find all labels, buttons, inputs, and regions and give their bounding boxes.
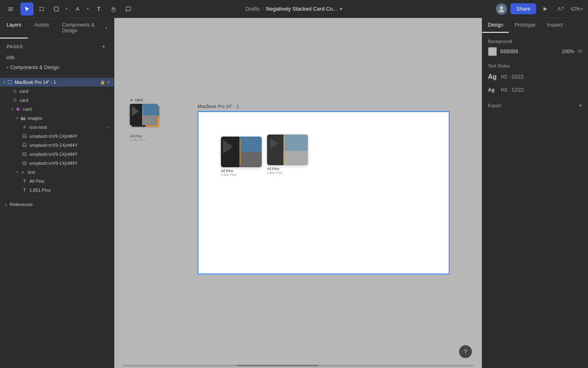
export-header: Export + — [488, 102, 582, 109]
tab-assets[interactable]: Assets — [28, 18, 56, 38]
card2-diamond-icon — [11, 97, 18, 103]
export-add-btn[interactable]: + — [579, 102, 582, 109]
layer-unsplash-3[interactable]: unsplash:mV9-1XjnM4Y — [0, 150, 114, 159]
scrollbar-track[interactable] — [122, 365, 474, 366]
layer-unsplash-4[interactable]: unsplash:mV9-1XjnM4Y — [0, 159, 114, 168]
right-panel: Design Prototype Inspect Background B8B8… — [482, 18, 588, 368]
page-item-components[interactable]: ▾ Components & Design — [0, 63, 114, 72]
add-page-btn[interactable]: + — [100, 43, 107, 50]
canvas-card-1[interactable]: All Pins 1,851 Pins — [221, 137, 262, 177]
frame-label: MacBook Pro 14" - 1 — [198, 104, 239, 109]
layer-unsplash-2[interactable]: unsplash:mV9-1XjnM4Y — [0, 141, 114, 150]
components-chevron-icon: ▾ — [105, 26, 107, 30]
tool-group-select — [20, 2, 33, 16]
tab-layers[interactable]: Layers — [0, 18, 28, 38]
refs-divider — [0, 197, 114, 197]
svg-rect-43 — [239, 137, 262, 152]
layer-unsplash-1[interactable]: unsplash:mV9-1XjnM4Y — [0, 132, 114, 141]
shape-dropdown-btn[interactable]: ▾ — [64, 2, 69, 16]
svg-rect-36 — [130, 104, 142, 125]
svg-point-53 — [579, 50, 581, 52]
card1-diamond-icon — [11, 88, 18, 94]
card3-chevron-icon: ▾ — [11, 107, 13, 111]
select-tool-btn[interactable] — [20, 2, 33, 16]
tab-design[interactable]: Design — [482, 18, 509, 33]
font-size-btn[interactable]: A? — [554, 2, 567, 16]
tab-components[interactable]: Components & Design ▾ — [56, 18, 114, 38]
comment-tool-btn[interactable] — [122, 2, 135, 16]
unsplash2-label: unsplash:mV9-1XjnM4Y — [29, 143, 111, 148]
images-layer-label: images — [28, 116, 111, 121]
macbook-chevron-icon: ▾ — [3, 80, 5, 84]
layer-allpins[interactable]: T All Pins — [0, 177, 114, 186]
card1-layer-label: card — [20, 89, 111, 94]
page-item-info[interactable]: info — [0, 53, 114, 63]
breadcrumb-drafts[interactable]: Drafts — [245, 6, 260, 12]
help-button[interactable]: ? — [459, 345, 472, 358]
canvas-card-2[interactable]: All Pins 1,851 Pins — [267, 135, 308, 175]
svg-rect-49 — [283, 135, 308, 151]
allpins-text-icon: T — [21, 178, 28, 184]
hand-tool-btn[interactable] — [107, 2, 120, 16]
svg-rect-25 — [24, 117, 25, 120]
background-eye-btn[interactable] — [577, 49, 582, 55]
canvas-card-1-text: All Pins 1,851 Pins — [221, 169, 262, 177]
h2-style-name: H2 · 20/22 — [501, 74, 582, 80]
layer-card-1[interactable]: card — [0, 87, 114, 96]
share-button[interactable]: Share — [510, 3, 536, 14]
export-section: Export + — [488, 102, 582, 109]
layer-card-2[interactable]: card — [0, 96, 114, 105]
text-style-h3[interactable]: Ag H3 · 12/22 — [488, 85, 582, 94]
svg-rect-8 — [43, 7, 44, 9]
layer-card-3[interactable]: ▾ card — [0, 105, 114, 114]
canvas-card-2-title: All Pins — [267, 167, 308, 171]
svg-rect-0 — [8, 7, 13, 8]
layer-text[interactable]: ▾ ≡ text — [0, 168, 114, 177]
svg-rect-1 — [8, 9, 13, 9]
canvas-card-2-text: All Pins 1,851 Pins — [267, 167, 308, 175]
svg-rect-18 — [8, 80, 9, 82]
main-frame[interactable]: MacBook Pro 14" - 1 — [198, 111, 450, 274]
toolbar-left: ▾ ▾ T — [5, 2, 135, 16]
layer-icon-lock[interactable]: icon-lock — — [0, 123, 114, 132]
text-tool-btn[interactable]: T — [92, 2, 105, 16]
h3-ag-label: Ag — [488, 87, 498, 93]
play-button[interactable] — [539, 3, 551, 15]
background-color-swatch[interactable] — [488, 47, 497, 56]
pen-dropdown-btn[interactable]: ▾ — [85, 2, 91, 16]
scrollbar-thumb[interactable] — [237, 365, 318, 366]
app-menu-btn[interactable] — [5, 3, 16, 15]
layer-1851-pins[interactable]: T 1,851 Pins — [0, 186, 114, 195]
references-item[interactable]: ≡ References — [0, 200, 114, 209]
frame-content: All Pins 1,851 Pins — [198, 111, 450, 274]
svg-rect-48 — [267, 135, 283, 165]
background-color-value[interactable]: B8B8B8 — [500, 49, 558, 54]
layer-images[interactable]: ▾ images — [0, 114, 114, 123]
svg-rect-10 — [43, 9, 44, 11]
canvas-area[interactable]: card — [114, 18, 482, 368]
breadcrumb-dropdown-icon[interactable]: ▾ — [340, 6, 343, 12]
shape-tool-btn[interactable] — [50, 2, 63, 16]
svg-point-13 — [500, 6, 503, 9]
text-style-h2[interactable]: Ag H2 · 20/22 — [488, 72, 582, 82]
unsplash1-image-icon — [21, 133, 28, 139]
background-opacity-value[interactable]: 100% — [561, 49, 574, 54]
tab-inspect[interactable]: Inspect — [541, 18, 569, 33]
macbook-frame-icon — [7, 79, 13, 85]
canvas-card-2-thumb — [267, 135, 308, 165]
svg-rect-20 — [8, 83, 9, 84]
pen-tool-btn[interactable] — [71, 2, 84, 16]
right-panel-content: Background B8B8B8 100% Text Styles Ag H2… — [482, 33, 588, 122]
layer-macbook[interactable]: ▾ MacBook Pro 14" - 1 🔒 👁 — [0, 78, 114, 87]
svg-rect-38 — [142, 115, 158, 125]
breadcrumb-current: Negatively Stacked Card Co... — [266, 6, 337, 12]
zoom-control[interactable]: 42% ▾ — [570, 6, 583, 12]
frame-tool-btn[interactable] — [35, 2, 48, 16]
h2-ag-label: Ag — [488, 73, 498, 81]
tab-prototype[interactable]: Prototype — [509, 18, 541, 33]
text-styles-section: Text Styles Ag H2 · 20/22 Ag H3 · 12/22 — [488, 63, 582, 94]
1851-label: 1,851 Pins — [29, 188, 111, 193]
left-panel: Layers Assets Components & Design ▾ Page… — [0, 18, 114, 368]
export-label: Export — [488, 103, 501, 108]
zoom-value: 42% — [570, 6, 580, 12]
